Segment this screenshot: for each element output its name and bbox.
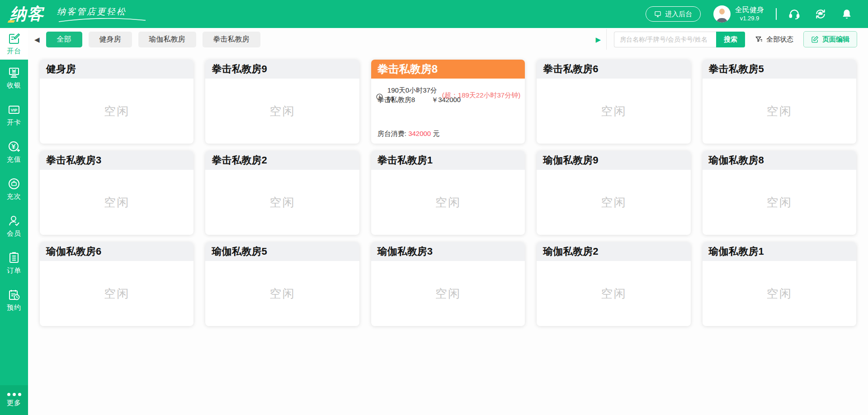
- room-card[interactable]: 拳击私教房3 空闲: [40, 151, 193, 235]
- sidebar-more-label: 更多: [7, 399, 21, 407]
- search-button[interactable]: 搜索: [716, 32, 745, 47]
- store-info: 全民健身 v1.29.9: [735, 5, 764, 23]
- status-filter-label: 全部状态: [766, 35, 793, 44]
- edit-icon: [811, 36, 819, 43]
- room-card-title: 瑜伽私教房8: [703, 151, 856, 170]
- room-status-idle: 空闲: [371, 170, 525, 235]
- user-avatar[interactable]: [713, 5, 731, 23]
- sidebar-item-member[interactable]: 会员: [0, 208, 28, 245]
- room-card-title: 瑜伽私教房9: [537, 151, 690, 170]
- slogan-underline: [57, 18, 147, 23]
- app-logo: 纳客: [7, 3, 47, 25]
- room-card[interactable]: 健身房 空闲: [40, 60, 193, 144]
- search-group: 搜索: [614, 32, 745, 47]
- room-card[interactable]: 瑜伽私教房5 空闲: [205, 242, 359, 326]
- sidebar-item-recharge[interactable]: 充值: [0, 134, 28, 171]
- room-card-title: 瑜伽私教房1: [703, 242, 856, 261]
- customer-service-icon[interactable]: [788, 8, 800, 20]
- recharge-icon: [8, 140, 20, 153]
- category-tabs: 全部健身房瑜伽私教房拳击私教房: [46, 32, 260, 47]
- room-status-idle: 空闲: [371, 261, 525, 326]
- slogan-text: 纳客管店更轻松: [57, 7, 127, 16]
- room-status-idle: 空闲: [703, 261, 856, 326]
- room-card[interactable]: 瑜伽私教房6 空闲: [40, 242, 193, 326]
- sidebar-item-cashier[interactable]: 收银: [0, 60, 28, 97]
- clock-icon: [376, 93, 383, 101]
- room-card[interactable]: 拳击私教房8 190天0小时37分钟 (超：189天22小时37分钟) 拳击私教…: [371, 60, 525, 144]
- toolbar: ◀ 全部健身房瑜伽私教房拳击私教房 ▶ 搜索 全部状态 页面编辑: [28, 28, 868, 51]
- more-dots-icon: [7, 393, 21, 396]
- room-status-idle: 空闲: [537, 79, 690, 144]
- tab-gym[interactable]: 健身房: [89, 32, 132, 47]
- room-card[interactable]: 瑜伽私教房2 空闲: [537, 242, 690, 326]
- sidebar-item-booking[interactable]: 预约: [0, 282, 28, 319]
- sidebar-item-recharge-times[interactable]: 充次: [0, 171, 28, 208]
- room-consume: 房台消费: 342000 元: [377, 130, 440, 138]
- room-card-title: 瑜伽私教房5: [205, 242, 359, 261]
- enter-backend-button[interactable]: 进入后台: [646, 6, 701, 22]
- order-icon: [8, 252, 20, 264]
- sync-icon[interactable]: [815, 8, 826, 20]
- room-card-title: 瑜伽私教房6: [40, 242, 193, 261]
- recharge-times-icon: [8, 177, 20, 190]
- notification-bell-icon[interactable]: [841, 8, 853, 20]
- top-header: 纳客 纳客管店更轻松 进入后台 全民健身 v1.29.9: [0, 0, 868, 28]
- tabs-scroll-right-icon[interactable]: ▶: [595, 36, 601, 43]
- tab-boxing-room[interactable]: 拳击私教房: [203, 32, 260, 47]
- monitor-icon: [654, 10, 661, 18]
- tab-all[interactable]: 全部: [46, 32, 82, 47]
- app-version: v1.29.9: [735, 15, 764, 23]
- room-card-title: 瑜伽私教房2: [537, 242, 690, 261]
- open-table-icon: [8, 32, 20, 45]
- room-card[interactable]: 瑜伽私教房9 空闲: [537, 151, 690, 235]
- room-status-idle: 空闲: [40, 261, 193, 326]
- room-status-idle: 空闲: [537, 170, 690, 235]
- room-card-title: 拳击私教房6: [537, 60, 690, 79]
- room-consume-label: 房台消费:: [377, 130, 408, 137]
- search-input[interactable]: [614, 32, 716, 47]
- cashier-icon: [8, 66, 20, 79]
- room-card[interactable]: 拳击私教房1 空闲: [371, 151, 525, 235]
- room-card-title: 健身房: [40, 60, 193, 79]
- room-card-title: 拳击私教房8: [371, 60, 525, 79]
- sidebar-item-order[interactable]: 订单: [0, 245, 28, 282]
- room-grid: 健身房 空闲: [28, 51, 868, 415]
- room-card[interactable]: 瑜伽私教房8 空闲: [703, 151, 856, 235]
- room-card[interactable]: 拳击私教房5 空闲: [703, 60, 856, 144]
- room-card[interactable]: 拳击私教房6 空闲: [537, 60, 690, 144]
- store-name: 全民健身: [735, 5, 764, 15]
- vip-card-icon: VIP: [8, 103, 20, 116]
- room-card[interactable]: 拳击私教房2 空闲: [205, 151, 359, 235]
- room-card[interactable]: 瑜伽私教房3 空闲: [371, 242, 525, 326]
- room-consume-value: 342000: [408, 130, 431, 137]
- room-card[interactable]: 拳击私教房9 空闲: [205, 60, 359, 144]
- room-card-title: 拳击私教房5: [703, 60, 856, 79]
- slogan: 纳客管店更轻松: [57, 6, 147, 23]
- room-card[interactable]: 瑜伽私教房1 空闲: [703, 242, 856, 326]
- tab-yoga-room[interactable]: 瑜伽私教房: [138, 32, 196, 47]
- sidebar-item-more[interactable]: 更多: [0, 385, 28, 415]
- member-icon: [8, 214, 20, 227]
- room-card-title: 拳击私教房2: [205, 151, 359, 170]
- status-filter[interactable]: 全部状态: [755, 35, 793, 44]
- sidebar-item-open-table[interactable]: 开台: [0, 28, 28, 60]
- room-card-title: 瑜伽私教房3: [371, 242, 525, 261]
- booking-icon: [8, 289, 20, 301]
- toolbar-divider: [606, 29, 607, 50]
- sidebar-item-vip-card[interactable]: VIP 开卡: [0, 97, 28, 134]
- header-divider: [776, 8, 777, 20]
- sidebar-nav: 开台 收银 VIP 开卡 充值 充次 会员 订单 预约 更多: [0, 28, 28, 415]
- room-status-idle: 空闲: [703, 170, 856, 235]
- room-status-idle: 空闲: [205, 261, 359, 326]
- room-card-title: 拳击私教房3: [40, 151, 193, 170]
- room-status-idle: 空闲: [40, 170, 193, 235]
- room-status-idle: 空闲: [40, 79, 193, 144]
- room-status-idle: 空闲: [703, 79, 856, 144]
- tabs-scroll-left-icon[interactable]: ◀: [34, 36, 40, 43]
- room-consume-unit: 元: [433, 130, 439, 137]
- room-card-title: 拳击私教房9: [205, 60, 359, 79]
- page-edit-button[interactable]: 页面编辑: [803, 31, 857, 47]
- filter-funnel-icon: [755, 35, 763, 43]
- page-edit-label: 页面编辑: [822, 35, 849, 44]
- room-status-idle: 空闲: [205, 170, 359, 235]
